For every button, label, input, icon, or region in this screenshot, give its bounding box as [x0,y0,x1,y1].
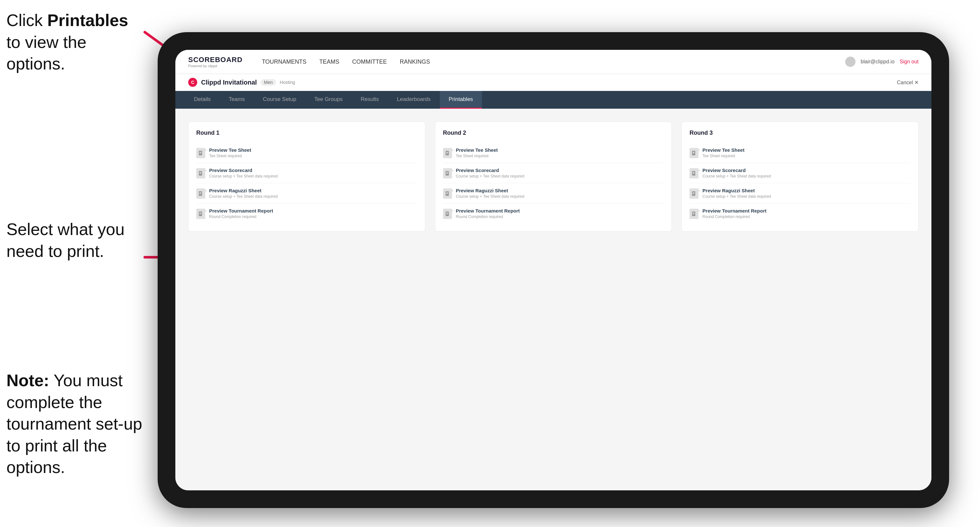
round3-report-title: Preview Tournament Report [702,208,910,214]
tournament-division: Men [261,79,276,86]
svg-rect-34 [692,151,695,155]
round3-raguzzi-title: Preview Raguzzi Sheet [702,188,910,193]
main-content: Round 1 Preview Tee Sheet Tee Sheet requ… [175,109,931,490]
nav-tournaments[interactable]: TOURNAMENTS [262,57,307,67]
nav-rankings[interactable]: RANKINGS [400,57,430,67]
round-2-section: Round 2 Preview Tee Sheet Tee Sheet requ… [435,122,672,232]
note-bold: Note: [6,371,49,390]
round1-raguzzi-subtitle: Course setup + Tee Sheet data required [209,194,417,199]
tournament-header: C Clippd Invitational Men Hosting Cancel… [175,74,931,91]
tab-course-setup[interactable]: Course Setup [254,91,305,109]
svg-rect-30 [445,211,449,216]
avatar [845,57,856,67]
print-text-group: Preview Raguzzi Sheet Course setup + Tee… [456,188,664,199]
round-3-title: Round 3 [689,130,910,137]
tab-leaderboards[interactable]: Leaderboards [388,91,440,109]
round1-report-subtitle: Round Completion required [209,214,417,219]
round1-scorecard-subtitle: Course setup + Tee Sheet data required [209,174,417,178]
round1-tee-sheet-title: Preview Tee Sheet [209,147,417,153]
logo-area: SCOREBOARD Powered by clippd [188,56,243,68]
tab-details[interactable]: Details [185,91,220,109]
print-text-group: Preview Raguzzi Sheet Course setup + Tee… [702,188,910,199]
tournament-title: C Clippd Invitational Men Hosting [188,78,295,87]
round3-scorecard[interactable]: Preview Scorecard Course setup + Tee She… [689,163,910,183]
svg-rect-42 [692,191,695,196]
round-3-section: Round 3 Preview Tee Sheet Tee Sheet requ… [681,122,918,232]
round2-report-title: Preview Tournament Report [456,208,664,214]
round1-raguzzi[interactable]: Preview Raguzzi Sheet Course setup + Tee… [196,183,417,203]
svg-rect-14 [199,211,202,216]
print-text-group: Preview Tournament Report Round Completi… [702,208,910,219]
user-email: blair@clippd.io [861,59,894,65]
svg-rect-10 [199,191,202,196]
round3-raguzzi-subtitle: Course setup + Tee Sheet data required [702,194,910,199]
nav-committee[interactable]: COMMITTEE [352,57,387,67]
tab-tee-groups[interactable]: Tee Groups [305,91,352,109]
round2-tee-sheet[interactable]: Preview Tee Sheet Tee Sheet required [443,143,664,163]
svg-rect-22 [445,171,449,176]
tablet-screen: SCOREBOARD Powered by clippd TOURNAMENTS… [175,50,931,490]
round2-tournament-report[interactable]: Preview Tournament Report Round Completi… [443,203,664,224]
cancel-button[interactable]: Cancel ✕ [897,79,918,86]
print-text-group: Preview Tee Sheet Tee Sheet required [456,147,664,158]
tab-teams[interactable]: Teams [220,91,254,109]
tournament-initial: C [191,80,194,85]
instruction-bold: Printables [47,11,128,30]
print-text-group: Preview Scorecard Course setup + Tee She… [209,168,417,178]
print-icon [689,209,698,219]
round1-scorecard[interactable]: Preview Scorecard Course setup + Tee She… [196,163,417,183]
round3-tee-sheet[interactable]: Preview Tee Sheet Tee Sheet required [689,143,910,163]
tournament-name: Clippd Invitational [201,79,257,86]
print-icon [443,168,452,178]
print-icon [689,148,698,158]
svg-rect-2 [199,151,202,155]
tournament-status: Hosting [280,80,295,85]
round2-scorecard-title: Preview Scorecard [456,168,664,173]
round2-scorecard-subtitle: Course setup + Tee Sheet data required [456,174,664,178]
round2-scorecard[interactable]: Preview Scorecard Course setup + Tee She… [443,163,664,183]
round3-tournament-report[interactable]: Preview Tournament Report Round Completi… [689,203,910,224]
round1-tee-sheet[interactable]: Preview Tee Sheet Tee Sheet required [196,143,417,163]
print-icon [443,209,452,219]
instruction-top: Click Printables to view the options. [6,10,142,75]
round3-scorecard-subtitle: Course setup + Tee Sheet data required [702,174,910,178]
print-icon [443,148,452,158]
print-icon [196,168,205,178]
round3-tee-sheet-subtitle: Tee Sheet required [702,154,910,158]
round1-raguzzi-title: Preview Raguzzi Sheet [209,188,417,193]
top-nav: SCOREBOARD Powered by clippd TOURNAMENTS… [175,50,931,74]
print-text-group: Preview Tournament Report Round Completi… [456,208,664,219]
round2-raguzzi[interactable]: Preview Raguzzi Sheet Course setup + Tee… [443,183,664,203]
nav-teams[interactable]: TEAMS [320,57,339,67]
instruction-prefix: Click [6,11,47,30]
tablet-frame: SCOREBOARD Powered by clippd TOURNAMENTS… [158,32,949,508]
round-2-title: Round 2 [443,130,664,137]
tab-bar: Details Teams Course Setup Tee Groups Re… [175,91,931,109]
print-icon [689,189,698,199]
instruction-suffix: to view the options. [6,33,86,73]
tab-printables[interactable]: Printables [440,91,482,109]
print-text-group: Preview Raguzzi Sheet Course setup + Tee… [209,188,417,199]
tournament-logo: C [188,78,197,87]
round2-report-subtitle: Round Completion required [456,214,664,219]
round2-raguzzi-title: Preview Raguzzi Sheet [456,188,664,193]
round1-tournament-report[interactable]: Preview Tournament Report Round Completi… [196,203,417,224]
svg-rect-46 [692,211,695,216]
print-text-group: Preview Scorecard Course setup + Tee She… [702,168,910,178]
print-text-group: Preview Tee Sheet Tee Sheet required [702,147,910,158]
print-icon [443,189,452,199]
tab-results[interactable]: Results [352,91,388,109]
round3-tee-sheet-title: Preview Tee Sheet [702,147,910,153]
round3-raguzzi[interactable]: Preview Raguzzi Sheet Course setup + Tee… [689,183,910,203]
round1-report-title: Preview Tournament Report [209,208,417,214]
nav-items: TOURNAMENTS TEAMS COMMITTEE RANKINGS [262,57,829,67]
svg-rect-18 [445,151,449,155]
round1-tee-sheet-subtitle: Tee Sheet required [209,154,417,158]
round-1-section: Round 1 Preview Tee Sheet Tee Sheet requ… [188,122,425,232]
sign-out-link[interactable]: Sign out [900,59,918,65]
round3-scorecard-title: Preview Scorecard [702,168,910,173]
print-text-group: Preview Tee Sheet Tee Sheet required [209,147,417,158]
instruction-bottom: Note: You must complete the tournament s… [6,370,148,478]
print-icon [196,209,205,219]
rounds-grid: Round 1 Preview Tee Sheet Tee Sheet requ… [188,122,918,232]
